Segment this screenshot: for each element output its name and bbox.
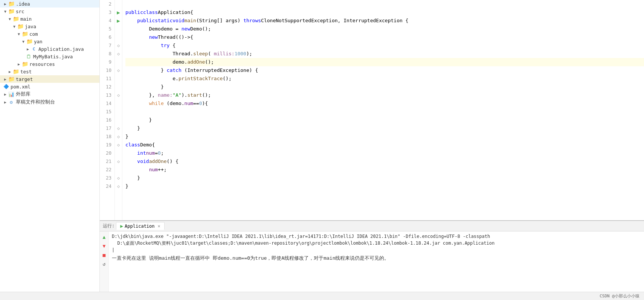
sidebar-item-pomxml[interactable]: 🔷 pom.xml xyxy=(0,83,99,90)
code-line-15 xyxy=(125,108,644,116)
sidebar-item-main[interactable]: ▼ 📁 main xyxy=(0,15,99,23)
sidebar-item-yan[interactable]: ▼ 📁 yan xyxy=(0,38,99,45)
console-btn-up[interactable]: ▲ xyxy=(101,233,108,241)
folder-icon-idea: 📁 xyxy=(8,1,14,7)
sidebar-label-main: main xyxy=(20,16,32,22)
gutter-13: ◇ xyxy=(115,91,122,99)
code-line-14: while (demo.num==0){ xyxy=(125,99,644,108)
code-line-6: new Thread(()->{ xyxy=(125,33,644,41)
code-line-9: demo.addOne(); xyxy=(125,58,644,66)
toggle-main[interactable]: ▼ xyxy=(8,17,12,21)
sidebar-item-draft[interactable]: ▶ ⚙ 草稿文件和控制台 xyxy=(0,98,99,106)
gutter-24: ◇ xyxy=(115,182,122,190)
toggle-com[interactable]: ▼ xyxy=(17,32,21,36)
sidebar-label-application-java: Application.java xyxy=(38,46,84,52)
run-tab-run-icon: ▶ xyxy=(120,223,123,229)
gutter-22 xyxy=(115,166,122,174)
code-editor: 2 3 4 5 6 7 8 9 10 11 12 13 14 15 16 17 … xyxy=(100,0,644,292)
draft-icon: ⚙ xyxy=(8,99,14,105)
run-tab-close[interactable]: × xyxy=(158,224,160,229)
gutter-8: ◇ xyxy=(115,50,122,58)
sidebar-label-resources: resources xyxy=(29,61,55,67)
sidebar-item-resources[interactable]: ▶ 📁 resources xyxy=(0,60,99,68)
console-output[interactable]: D:\jdk\bin\java.exe "-javaagent:D:\Intel… xyxy=(109,231,644,292)
code-line-8: Thread.sleep( millis: 1000); xyxy=(125,50,644,58)
toggle-src[interactable]: ▼ xyxy=(3,9,8,14)
folder-icon-target: 📁 xyxy=(8,76,14,82)
folder-icon-com: 📁 xyxy=(22,31,28,37)
toggle-appjava[interactable]: ▶ xyxy=(26,47,30,51)
sidebar-item-java[interactable]: ▼ 📁 java xyxy=(0,23,99,30)
gutter-23: ◇ xyxy=(115,174,122,182)
code-line-10: } catch (InterruptedException e) { xyxy=(125,66,644,75)
toggle-java[interactable]: ▼ xyxy=(12,24,17,29)
folder-icon-yan: 📁 xyxy=(26,38,32,44)
sidebar-item-idea[interactable]: ▶ 📁 .idea xyxy=(0,0,99,8)
sidebar-item-src[interactable]: ▼ 📁 src xyxy=(0,8,99,15)
run-tab-application[interactable]: ▶ Application × xyxy=(116,222,165,230)
code-line-12: } xyxy=(125,83,644,91)
bottom-tab-bar: 运行: ▶ Application × xyxy=(100,221,644,231)
console-btn-down[interactable]: ▼ xyxy=(101,242,108,250)
bottom-panel: 运行: ▶ Application × ▲ ▼ ■ ↺ D:\jdk\bin\j… xyxy=(100,220,644,292)
toggle-yan[interactable]: ▼ xyxy=(21,39,26,44)
sidebar-label-pomxml: pom.xml xyxy=(11,84,31,90)
gutter-4: ▶ xyxy=(115,17,122,25)
extlib-icon: 📊 xyxy=(8,91,14,97)
file-tree[interactable]: ▶ 📁 .idea ▼ 📁 src ▼ 📁 main ▼ 📁 java ▼ 📁 … xyxy=(0,0,100,292)
bottom-content-area: ▲ ▼ ■ ↺ D:\jdk\bin\java.exe "-javaagent:… xyxy=(100,231,644,292)
gutter-12 xyxy=(115,83,122,91)
line-numbers: 2 3 4 5 6 7 8 9 10 11 12 13 14 15 16 17 … xyxy=(100,0,115,220)
sidebar-label-mymybatis-java: MyMyBatis.java xyxy=(33,54,73,59)
console-line-1: D:\jdk\bin\java.exe "-javaagent:D:\Intel… xyxy=(112,233,641,240)
sidebar-label-target: target xyxy=(16,76,33,82)
sidebar-item-mymybatis-java[interactable]: 🗒 MyMyBatis.java xyxy=(0,53,99,60)
sidebar-item-target[interactable]: ▶ 📁 target xyxy=(0,75,99,83)
console-btn-rerun[interactable]: ↺ xyxy=(101,260,108,268)
toggle-extlib[interactable]: ▶ xyxy=(3,92,8,97)
gutter-17: ◇ xyxy=(115,124,122,132)
code-line-3: public class Application { xyxy=(125,8,644,17)
run-label: 运行: xyxy=(103,223,114,229)
sidebar-label-draft: 草稿文件和控制台 xyxy=(16,99,55,105)
gutter-20 xyxy=(115,149,122,157)
sidebar-label-idea: .idea xyxy=(16,1,30,7)
code-line-4: public static void main(String[] args) t… xyxy=(125,17,644,25)
sidebar-item-application-java[interactable]: ▶ C Application.java xyxy=(0,45,99,53)
status-bar: CSDN @小那么小小猿 xyxy=(0,292,644,300)
gutter-6 xyxy=(115,33,122,41)
gutter-11 xyxy=(115,75,122,83)
code-line-22: num++; xyxy=(125,166,644,174)
sidebar-item-extlib[interactable]: ▶ 📊 外部库 xyxy=(0,90,99,98)
gutter-14 xyxy=(115,99,122,108)
folder-icon-src: 📁 xyxy=(8,8,14,14)
console-sidebar: ▲ ▼ ■ ↺ xyxy=(100,231,109,292)
toggle-target[interactable]: ▶ xyxy=(3,77,8,81)
toggle-resources[interactable]: ▶ xyxy=(17,62,21,66)
gutter-19: ◇ xyxy=(115,141,122,149)
sidebar-label-com: com xyxy=(29,31,38,37)
console-btn-stop[interactable]: ■ xyxy=(101,251,108,259)
folder-icon-main: 📁 xyxy=(13,16,19,22)
sidebar-label-test: test xyxy=(20,69,32,75)
code-line-19: class Demo{ xyxy=(125,141,644,149)
code-line-5: Demo demo = new Demo(); xyxy=(125,25,644,33)
code-lines[interactable]: public class Application { public static… xyxy=(122,0,644,220)
code-line-21: void addOne() { xyxy=(125,157,644,166)
folder-icon-resources: 📁 xyxy=(22,61,28,67)
run-tab-label: Application xyxy=(125,224,154,229)
sidebar-item-com[interactable]: ▼ 📁 com xyxy=(0,30,99,38)
sidebar-label-src: src xyxy=(16,9,24,14)
console-cursor-line: | xyxy=(112,247,641,253)
code-line-24: } xyxy=(125,182,644,190)
toggle-draft[interactable]: ▶ xyxy=(3,100,8,105)
gutter-15 xyxy=(115,108,122,116)
gutter-7: ◇ xyxy=(115,41,122,50)
mybatis-file-icon: 🗒 xyxy=(26,53,32,59)
sidebar-label-yan: yan xyxy=(34,39,43,44)
console-message: 一直卡死在这里 说明main线程一直在循环中 即demo.num==0为true… xyxy=(112,255,641,262)
toggle-test[interactable]: ▶ xyxy=(8,69,12,74)
toggle-idea[interactable]: ▶ xyxy=(3,2,8,6)
code-container[interactable]: 2 3 4 5 6 7 8 9 10 11 12 13 14 15 16 17 … xyxy=(100,0,644,220)
sidebar-item-test[interactable]: ▶ 📁 test xyxy=(0,68,99,75)
